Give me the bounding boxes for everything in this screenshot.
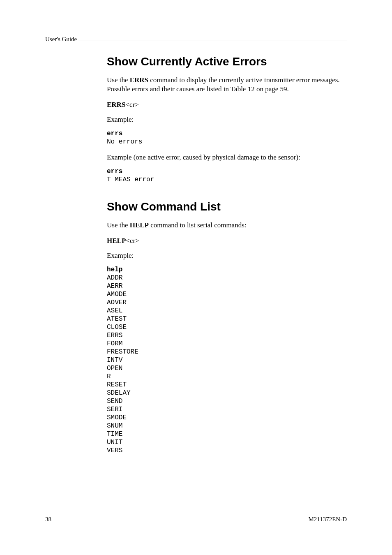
page-footer: 38 M211372EN-D bbox=[45, 516, 347, 523]
para-errs-intro: Use the ERRS command to display the curr… bbox=[107, 76, 347, 95]
code-cmd: errs bbox=[107, 130, 122, 137]
syntax-errs: ERRS<cr> bbox=[107, 101, 347, 109]
heading-show-command-list: Show Command List bbox=[107, 200, 347, 213]
code-help: help ADDR AERR AMODE AOVER ASEL ATEST CL… bbox=[107, 266, 347, 455]
code-output: ADDR AERR AMODE AOVER ASEL ATEST CLOSE E… bbox=[107, 274, 138, 454]
syntax-cmd: ERRS bbox=[107, 101, 125, 109]
text: Use the bbox=[107, 221, 130, 229]
heading-show-errors: Show Currently Active Errors bbox=[107, 55, 347, 68]
syntax-help: HELP<cr> bbox=[107, 237, 347, 245]
syntax-suffix: <cr> bbox=[125, 101, 138, 109]
code-output: T MEAS error bbox=[107, 176, 154, 183]
example-label-2: Example (one active error, caused by phy… bbox=[107, 153, 347, 162]
header-rule bbox=[78, 35, 347, 41]
syntax-suffix: <cr> bbox=[126, 237, 139, 245]
code-errs-2: errs T MEAS error bbox=[107, 167, 347, 184]
cmd-name-help: HELP bbox=[130, 221, 149, 229]
text: Use the bbox=[107, 76, 130, 84]
code-output: No errors bbox=[107, 138, 142, 146]
example-label-1: Example: bbox=[107, 116, 347, 124]
code-errs-1: errs No errors bbox=[107, 130, 347, 146]
syntax-cmd: HELP bbox=[107, 237, 126, 245]
footer-rule bbox=[53, 516, 307, 522]
example-label-help: Example: bbox=[107, 252, 347, 260]
page-number: 38 bbox=[45, 516, 53, 523]
code-cmd: errs bbox=[107, 168, 122, 175]
header-label: User's Guide bbox=[45, 36, 78, 43]
code-cmd: help bbox=[107, 266, 122, 273]
content-column: Show Currently Active Errors Use the ERR… bbox=[107, 55, 347, 455]
cmd-name-errs: ERRS bbox=[130, 76, 148, 84]
text: command to list serial commands: bbox=[149, 221, 247, 229]
doc-id: M211372EN-D bbox=[307, 516, 347, 523]
para-help-intro: Use the HELP command to list serial comm… bbox=[107, 221, 347, 230]
page-header: User's Guide bbox=[45, 35, 347, 43]
